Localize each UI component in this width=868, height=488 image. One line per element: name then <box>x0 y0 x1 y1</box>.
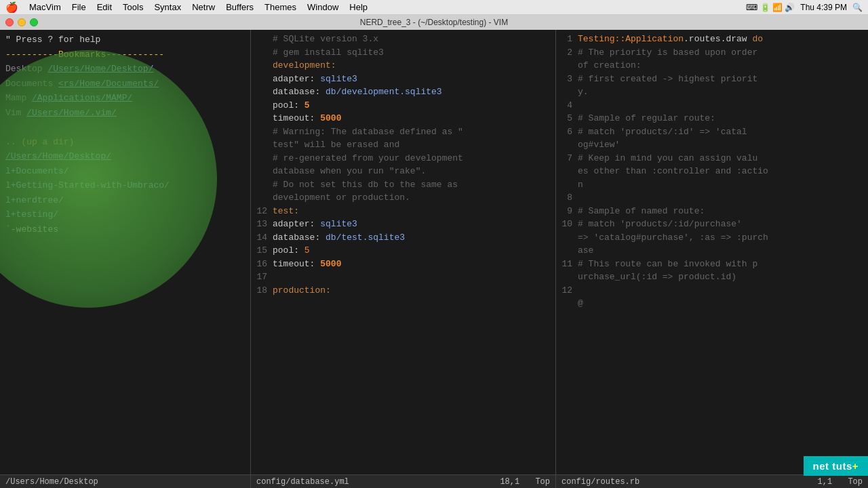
nerdtree-bookmark-documents[interactable]: Documents <rs/Home/Documents/ <box>0 77 250 92</box>
db-line-12: database when you run "rake". <box>251 165 555 178</box>
rp-line-1: 1 Testing::Application.routes.draw do <box>556 33 868 46</box>
db-line-20: 17 <box>251 270 555 284</box>
system-icons: ⌨ 🔋 📶 🔊 <box>746 3 795 12</box>
db-line-10: test" will be erased and <box>251 138 555 152</box>
menu-syntax[interactable]: Syntax <box>154 2 181 12</box>
db-line-2: # gem install sqlite3 <box>251 46 555 60</box>
nerdtree-dir-testing[interactable]: l+testing/ <box>0 207 250 222</box>
db-line-15: 12 test: <box>251 205 555 218</box>
rp-line-10: 10 # match 'products/:id/purchase' <box>556 218 868 231</box>
rp-line-6b: og#view' <box>556 138 868 152</box>
close-button[interactable] <box>5 18 14 26</box>
rp-line-3: 3 # first created -> highest priorit <box>556 73 868 86</box>
menu-themes[interactable]: Themes <box>264 2 296 12</box>
rp-line-12: 12 <box>556 284 868 298</box>
rp-line-7b: es other than :controller and :actio <box>556 165 868 178</box>
clock: Thu 4:39 PM <box>800 3 847 12</box>
menu-buffers[interactable]: Buffers <box>226 2 254 12</box>
nerdtree-bookmark-desktop[interactable]: Desktop /Users/Home/Desktop/ <box>0 62 250 77</box>
rp-line-4: 4 <box>556 99 868 113</box>
nerdtree-bookmark-vim[interactable]: Vim /Users/Home/.vim/ <box>0 106 250 121</box>
db-line-14: development or production. <box>251 191 555 205</box>
maximize-button[interactable] <box>30 18 38 26</box>
nerdtree-dir-nerdtree[interactable]: l+nerdtree/ <box>0 193 250 208</box>
right-filename: config/routes.rb <box>561 477 639 487</box>
db-line-4: adapter: sqlite3 <box>251 73 555 86</box>
titlebar: NERD_tree_3 - (~/Desktop/testing) - VIM <box>0 15 868 30</box>
database-yml-panel[interactable]: # SQLite version 3.x # gem install sqlit… <box>251 30 556 474</box>
rp-line-11: 11 # This route can be invoked with p <box>556 258 868 271</box>
menubar: 🍎 MacVim File Edit Tools Syntax Netrw Bu… <box>0 0 868 15</box>
db-line-9: # Warning: The database defined as " <box>251 125 555 139</box>
db-line-5: database: db/development.sqlite3 <box>251 85 555 99</box>
rp-line-5: 5 # Sample of regular route: <box>556 112 868 125</box>
rp-line-2: 2 # The priority is based upon order <box>556 46 868 60</box>
menu-macvim[interactable]: MacVim <box>29 2 61 12</box>
db-line-7: timeout: 5000 <box>251 112 555 125</box>
nerdtree-blank1 <box>0 120 250 135</box>
rp-line-10c: ase <box>556 244 868 258</box>
db-line-21: 18 production: <box>251 284 555 298</box>
status-bars: /Users/Home/Desktop config/database.yml … <box>0 474 868 488</box>
rp-line-7c: n <box>556 178 868 192</box>
minimize-button[interactable] <box>18 18 26 26</box>
db-line-1: # SQLite version 3.x <box>251 33 555 46</box>
menu-edit[interactable]: Edit <box>97 2 112 12</box>
nerdtree-panel[interactable]: " Press ? for help ----------Bookmarks--… <box>0 30 251 474</box>
rp-line-7: 7 # Keep in mind you can assign valu <box>556 152 868 165</box>
center-statusbar: config/database.yml 18,1 Top <box>251 475 556 488</box>
rp-line-at: @ <box>556 297 868 310</box>
rp-line-2b: of creation: <box>556 59 868 73</box>
nerdtree-help: " Press ? for help <box>0 33 250 47</box>
menu-file[interactable]: File <box>72 2 86 12</box>
rp-line-6: 6 # match 'products/:id' => 'catal <box>556 125 868 139</box>
search-icon[interactable]: 🔍 <box>852 3 863 12</box>
center-filename: config/database.yml <box>256 477 349 487</box>
apple-menu[interactable]: 🍎 <box>5 1 18 14</box>
window-title: NERD_tree_3 - (~/Desktop/testing) - VIM <box>360 18 508 27</box>
db-line-18: 15 pool: 5 <box>251 244 555 258</box>
db-line-16: 13 adapter: sqlite3 <box>251 218 555 231</box>
db-line-13: # Do not set this db to the same as <box>251 178 555 192</box>
nerdtree-dir-umbraco[interactable]: l+Getting-Started-with-Umbraco/ <box>0 178 250 193</box>
menubar-right: ⌨ 🔋 📶 🔊 Thu 4:39 PM 🔍 <box>746 3 863 12</box>
db-line-17: 14 database: db/test.sqlite3 <box>251 231 555 245</box>
db-line-3: development: <box>251 59 555 73</box>
menu-window[interactable]: Window <box>307 2 338 12</box>
editor-container: " Press ? for help ----------Bookmarks--… <box>0 30 868 474</box>
db-line-19: 16 timeout: 5000 <box>251 258 555 271</box>
nettuts-logo: net tuts+ <box>804 456 868 476</box>
menu-help[interactable]: Help <box>349 2 368 12</box>
nerdtree-status-path: /Users/Home/Desktop <box>5 477 98 487</box>
routes-rb-panel[interactable]: 1 Testing::Application.routes.draw do 2 … <box>556 30 868 474</box>
nerdtree-updir[interactable]: .. (up a dir) <box>0 135 250 150</box>
nerdtree-dir-websites[interactable]: `-websites <box>0 222 250 237</box>
menu-tools[interactable]: Tools <box>123 2 143 12</box>
right-position: 1,1 Top <box>818 477 863 487</box>
rp-line-9: 9 # Sample of named route: <box>556 205 868 218</box>
nerdtree-dir-documents[interactable]: l+Documents/ <box>0 164 250 179</box>
db-line-6: pool: 5 <box>251 99 555 113</box>
rp-line-3b: y. <box>556 85 868 99</box>
nerdtree-current-dir[interactable]: /Users/Home/Desktop/ <box>0 149 250 164</box>
right-statusbar: config/routes.rb 1,1 Top <box>556 475 868 488</box>
nerdtree-bookmark-mamp[interactable]: Mamp /Applications/MAMP/ <box>0 91 250 106</box>
center-position: 18,1 Top <box>500 477 550 487</box>
db-line-11: # re-generated from your development <box>251 152 555 165</box>
rp-line-10b: => 'catalog#purchase', :as => :purch <box>556 231 868 245</box>
rp-line-8: 8 <box>556 191 868 205</box>
nerdtree-statusbar: /Users/Home/Desktop <box>0 475 251 488</box>
rp-line-11b: urchase_url(:id => product.id) <box>556 270 868 284</box>
nerdtree-divider: ----------Bookmarks----------- <box>0 47 250 62</box>
traffic-lights <box>5 18 38 26</box>
menu-netrw[interactable]: Netrw <box>192 2 215 12</box>
